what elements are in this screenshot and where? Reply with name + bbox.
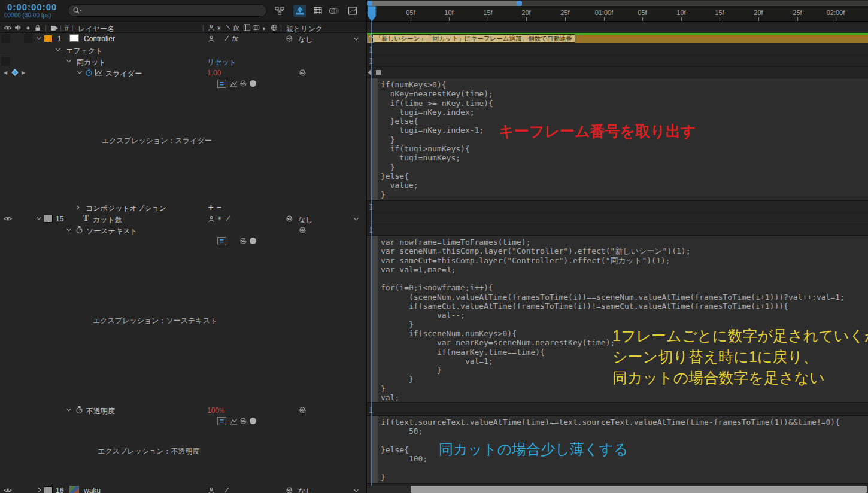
expression-enable-icon[interactable]: = — [217, 417, 226, 425]
graph-editor-icon[interactable] — [346, 5, 359, 17]
expression-enable-icon[interactable]: = — [217, 80, 226, 88]
group-label[interactable]: エフェクト — [66, 46, 102, 56]
effect-enable-toggle[interactable] — [1, 57, 10, 66]
expression-enable-icon[interactable]: = — [217, 237, 226, 245]
property-row-slider[interactable]: ◀ ▶ スライダー 1.00 — [0, 67, 367, 78]
expression-graph-icon[interactable] — [229, 80, 238, 87]
time-ruler[interactable]: 00f 05f 10f 15f 20f 25f 01:00f 05f 10f 1… — [367, 6, 868, 22]
parent-dropdown[interactable]: なし — [298, 486, 313, 493]
quality-toggle-icon[interactable] — [225, 215, 231, 222]
eye-icon[interactable] — [4, 487, 12, 493]
next-keyframe-icon[interactable]: ▶ — [22, 70, 25, 75]
chevron-down-icon[interactable] — [36, 36, 42, 41]
add-remove-buttons[interactable]: ＋－ — [207, 202, 223, 213]
effect-label[interactable]: 同カット — [77, 57, 106, 68]
keyframe-toggle-icon[interactable] — [11, 69, 18, 75]
timeline-track-area: 00f 05f 10f 15f 20f 25f 01:00f 05f 10f 1… — [367, 0, 868, 493]
motion-blur-icon[interactable] — [327, 5, 341, 17]
label-color-chip[interactable] — [44, 215, 53, 223]
stopwatch-icon[interactable] — [85, 68, 93, 77]
chevron-down-icon[interactable] — [66, 227, 72, 232]
property-group-composite-options[interactable]: コンポジットオプション ＋－ — [0, 202, 367, 213]
expression-editor-slider[interactable]: if(numKeys>0){ nKey=nearestKey(time); if… — [367, 78, 868, 201]
parent-dropdown[interactable]: なし — [298, 215, 313, 224]
pick-whip-icon[interactable] — [299, 226, 306, 234]
layer-name[interactable]: waku — [84, 486, 101, 493]
shy-toggle-icon[interactable] — [208, 35, 215, 42]
expression-pick-whip-icon[interactable] — [239, 80, 247, 87]
quality-toggle-icon[interactable] — [224, 486, 230, 493]
keyframe-icon[interactable] — [376, 70, 381, 75]
expression-editor-opacity[interactable]: if(text.sourceText.valueAtTime(time)==te… — [367, 415, 868, 484]
lock-column-icon — [34, 24, 41, 31]
layer-row-cut-count[interactable]: 15 T カット数 ☀ なし — [0, 213, 367, 224]
prev-keyframe-icon[interactable]: ◀ — [4, 70, 7, 75]
parent-dropdown[interactable]: なし — [298, 35, 313, 44]
chevron-right-icon[interactable] — [75, 205, 80, 211]
frame-blending-icon[interactable] — [311, 5, 324, 17]
layer-name[interactable]: Controller — [84, 35, 115, 43]
effects-toggle-icon[interactable]: fx — [232, 35, 238, 43]
expression-pick-whip-icon[interactable] — [239, 417, 247, 425]
layer-number: 15 — [56, 215, 63, 223]
expression-language-menu-icon[interactable] — [249, 80, 257, 87]
layer-row-waku[interactable]: 16 waku なし — [0, 485, 367, 493]
chevron-right-icon[interactable] — [37, 487, 42, 493]
expression-pick-whip-icon[interactable] — [239, 237, 247, 245]
property-value[interactable]: 100% — [207, 406, 224, 415]
composition-marker[interactable]: 「新しいシーン」「同カット」にキーフレーム追加、個数で自動連番 — [372, 34, 575, 43]
property-label[interactable]: スライダー — [105, 69, 142, 79]
property-group-effects[interactable]: エフェクト — [0, 44, 367, 56]
collapse-toggle-icon[interactable]: ☀ — [217, 215, 223, 223]
shy-toggle-icon[interactable] — [208, 215, 215, 223]
expression-language-menu-icon[interactable] — [249, 417, 257, 425]
chevron-down-icon[interactable] — [66, 59, 72, 63]
pick-whip-icon[interactable] — [299, 69, 306, 77]
horizontal-scrollbar-thumb[interactable] — [411, 486, 867, 493]
parent-pick-whip-icon[interactable] — [286, 486, 293, 493]
expression-editor-source-text[interactable]: var nowframe=timeToFrames(time); var sce… — [367, 235, 868, 403]
quality-toggle-icon[interactable] — [224, 35, 230, 42]
current-timecode[interactable]: 0:00:00:00 — [7, 2, 57, 12]
ruler-label: 05f — [638, 9, 647, 16]
chevron-down-icon[interactable] — [36, 216, 42, 221]
reset-link[interactable]: リセット — [207, 57, 236, 68]
chevron-down-icon[interactable] — [55, 47, 61, 52]
layer-name[interactable]: カット数 — [93, 215, 122, 225]
navigator-start-handle[interactable] — [367, 1, 372, 6]
property-label[interactable]: 不透明度 — [86, 406, 115, 416]
stopwatch-icon[interactable] — [75, 406, 83, 414]
graph-toggle-icon[interactable] — [95, 69, 103, 76]
stopwatch-icon[interactable] — [75, 226, 83, 234]
effect-row-same-cut[interactable]: 同カット リセット — [0, 56, 367, 67]
parent-pick-whip-icon[interactable] — [286, 215, 293, 223]
eye-icon[interactable] — [4, 215, 12, 222]
expression-code-slider[interactable]: if(numKeys>0){ nKey=nearestKey(time); if… — [381, 80, 493, 199]
shy-toggle-icon[interactable] — [208, 487, 215, 493]
layer-row-controller[interactable]: 1 Controller fx なし — [0, 33, 367, 44]
mini-flowchart-icon[interactable] — [273, 5, 286, 17]
property-row-opacity[interactable]: 不透明度 100% — [0, 404, 367, 416]
expression-language-menu-icon[interactable] — [249, 237, 257, 245]
audio-column-icon — [14, 24, 22, 31]
property-row-source-text[interactable]: ソーステキスト — [0, 224, 367, 236]
property-value[interactable]: 1.00 — [207, 69, 221, 77]
parent-pick-whip-icon[interactable] — [286, 35, 293, 42]
shy-column-icon — [208, 24, 215, 31]
expression-toggles-opacity: = — [0, 416, 367, 427]
chevron-down-icon[interactable] — [66, 407, 72, 412]
search-input[interactable] — [68, 4, 267, 17]
property-label[interactable]: ソーステキスト — [86, 226, 138, 236]
time-navigator-thumb[interactable] — [367, 1, 522, 6]
navigator-end-handle[interactable] — [517, 1, 522, 6]
pick-whip-icon[interactable] — [299, 406, 306, 414]
group-label[interactable]: コンポジットオプション — [86, 203, 166, 214]
expression-graph-icon[interactable] — [229, 418, 238, 425]
draft-3d-icon[interactable] — [293, 5, 306, 17]
video-toggle[interactable] — [1, 34, 10, 43]
label-color-chip[interactable] — [44, 486, 53, 493]
label-color-chip[interactable] — [44, 35, 53, 42]
solo-toggle[interactable] — [24, 34, 33, 43]
playhead[interactable] — [368, 6, 377, 25]
chevron-down-icon[interactable] — [77, 70, 83, 75]
